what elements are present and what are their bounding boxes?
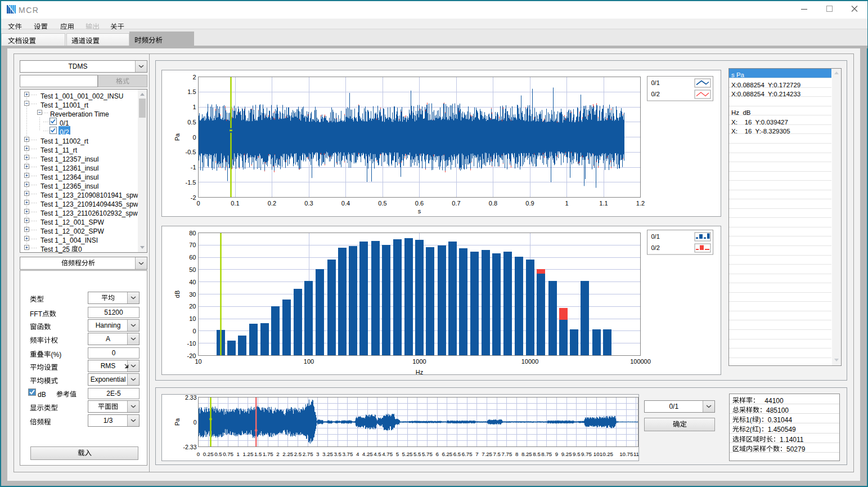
svg-text:6.25: 6.25: [442, 451, 452, 457]
svg-text:40: 40: [189, 279, 196, 285]
svg-text:Pa: Pa: [174, 418, 181, 426]
svg-text:0: 0: [192, 134, 196, 141]
svg-text:3.5: 3.5: [334, 451, 341, 457]
svg-text:0/1: 0/1: [651, 233, 660, 240]
svg-text:2.25: 2.25: [282, 451, 293, 457]
svg-text:70: 70: [189, 242, 196, 248]
svg-text:s: s: [418, 208, 421, 215]
svg-text:7: 7: [475, 451, 478, 457]
svg-text:5.25: 5.25: [402, 451, 413, 457]
svg-text:7.75: 7.75: [502, 451, 512, 457]
svg-text:6.5: 6.5: [453, 451, 461, 457]
svg-text:0.6: 0.6: [415, 200, 424, 207]
svg-text:5.75: 5.75: [422, 451, 433, 457]
svg-text:Pa: Pa: [174, 133, 181, 141]
svg-text:9.5: 9.5: [573, 451, 580, 457]
svg-text:2.5: 2.5: [294, 451, 302, 457]
svg-text:10: 10: [195, 358, 201, 365]
svg-text:0/2: 0/2: [651, 244, 660, 251]
svg-text:9: 9: [555, 451, 558, 457]
svg-text:0.5: 0.5: [187, 119, 196, 126]
svg-text:10000: 10000: [521, 358, 539, 365]
svg-text:7.5: 7.5: [493, 451, 501, 457]
svg-text:0.1: 0.1: [231, 200, 239, 207]
svg-text:0.4: 0.4: [341, 200, 350, 207]
svg-text:9.75: 9.75: [581, 451, 592, 457]
svg-text:100: 100: [304, 358, 314, 365]
svg-text:0: 0: [196, 200, 200, 207]
svg-text:30: 30: [189, 291, 196, 298]
svg-text:6: 6: [435, 451, 438, 457]
svg-text:4.5: 4.5: [374, 451, 381, 457]
svg-text:1: 1: [237, 451, 240, 457]
svg-text:0.2: 0.2: [268, 200, 276, 207]
svg-text:1.2: 1.2: [636, 200, 645, 207]
svg-text:10.75: 10.75: [619, 451, 633, 457]
svg-text:5.5: 5.5: [413, 451, 421, 457]
svg-text:0.5: 0.5: [378, 200, 386, 207]
svg-text:1: 1: [565, 200, 568, 207]
svg-text:60: 60: [189, 254, 196, 261]
svg-text:3: 3: [316, 451, 319, 457]
svg-text:0.8: 0.8: [489, 200, 497, 207]
svg-text:10: 10: [189, 315, 196, 322]
svg-text:4.25: 4.25: [362, 451, 373, 457]
svg-text:8.75: 8.75: [541, 451, 552, 457]
svg-text:20: 20: [189, 303, 196, 310]
svg-text:1.75: 1.75: [263, 451, 273, 457]
svg-text:0: 0: [192, 328, 196, 334]
svg-text:4: 4: [356, 451, 359, 457]
svg-text:1.5: 1.5: [187, 88, 196, 95]
svg-text:-2.33: -2.33: [183, 444, 197, 450]
svg-text:5: 5: [396, 451, 399, 457]
svg-text:2.75: 2.75: [303, 451, 313, 457]
svg-text:-0.5: -0.5: [186, 149, 196, 155]
svg-text:80: 80: [189, 230, 196, 236]
svg-text:2: 2: [192, 74, 196, 81]
svg-text:100000: 100000: [630, 358, 651, 365]
svg-text:0.7: 0.7: [452, 200, 460, 207]
svg-text:0: 0: [197, 451, 200, 457]
svg-text:1: 1: [192, 104, 196, 110]
svg-text:1.1: 1.1: [599, 200, 608, 207]
svg-text:50: 50: [189, 266, 196, 273]
svg-text:0.5: 0.5: [214, 451, 222, 457]
svg-text:0: 0: [194, 419, 197, 426]
svg-text:8: 8: [515, 451, 518, 457]
svg-text:7.25: 7.25: [482, 451, 492, 457]
svg-text:0.25: 0.25: [203, 451, 214, 457]
svg-text:0/1: 0/1: [651, 79, 660, 86]
svg-text:-1.5: -1.5: [186, 179, 196, 186]
svg-text:0.75: 0.75: [223, 451, 233, 457]
svg-text:10.25: 10.25: [600, 451, 613, 457]
svg-text:dB: dB: [174, 291, 181, 298]
svg-text:0.9: 0.9: [525, 200, 534, 207]
svg-text:9.25: 9.25: [561, 451, 572, 457]
svg-text:2: 2: [276, 451, 279, 457]
svg-text:6.75: 6.75: [462, 451, 473, 457]
svg-text:1000: 1000: [412, 358, 426, 365]
svg-text:-2: -2: [191, 194, 196, 201]
svg-text:3.75: 3.75: [342, 451, 353, 457]
svg-text:10: 10: [593, 451, 600, 457]
svg-text:-1: -1: [191, 164, 196, 171]
svg-text:8.25: 8.25: [521, 451, 532, 457]
svg-text:-10: -10: [187, 340, 196, 347]
svg-text:Hz: Hz: [416, 369, 423, 376]
svg-text:8.5: 8.5: [533, 451, 540, 457]
svg-text:3.25: 3.25: [322, 451, 333, 457]
svg-text:0/2: 0/2: [651, 91, 660, 97]
svg-text:0.3: 0.3: [304, 200, 313, 207]
svg-text:11: 11: [633, 451, 639, 457]
svg-text:1.5: 1.5: [254, 451, 262, 457]
svg-text:2.33: 2.33: [185, 394, 197, 401]
svg-text:1.25: 1.25: [243, 451, 254, 457]
svg-text:4.75: 4.75: [382, 451, 393, 457]
